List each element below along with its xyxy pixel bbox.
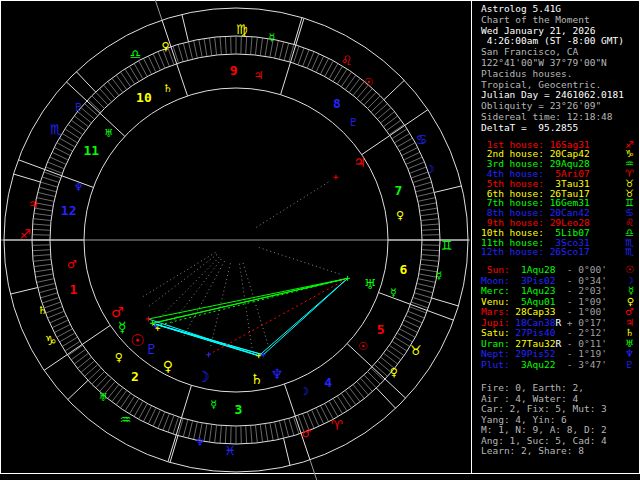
degree-tick <box>44 172 60 178</box>
planet-label: Sun: <box>481 264 510 275</box>
sign-glyph-leo: ♌ <box>340 53 352 68</box>
degree-tick <box>419 274 436 277</box>
planet-position: 27Pis40 <box>510 327 556 338</box>
degree-tick <box>50 316 66 323</box>
degree-tick <box>188 421 192 438</box>
house-ruler-12: ♆ <box>74 181 84 194</box>
degree-tick <box>39 288 55 292</box>
degree-tick <box>148 56 155 71</box>
degree-tick <box>42 298 58 303</box>
sign-glyph-capricorn: ♑ <box>45 333 57 348</box>
degree-tick <box>116 75 126 89</box>
sign-ruler-gemini: ☿ <box>435 269 442 282</box>
degree-tick <box>121 394 131 408</box>
planet-latitude: - 1°00' <box>561 306 607 317</box>
planet-latitude: - 0°34' <box>561 275 607 286</box>
planet-position: 3Aqu22 <box>510 359 556 370</box>
planet-position: 1Aqu28 <box>510 264 556 275</box>
degree-tick <box>188 42 192 59</box>
degree-tick <box>116 391 126 405</box>
house-ruler-7: ♀ <box>396 209 404 222</box>
degree-tick <box>34 219 51 221</box>
degree-tick <box>422 250 439 251</box>
sign-ruler-pisces: ♆ <box>195 436 205 449</box>
sign-glyph-scorpio: ♏ <box>50 122 62 137</box>
sign-boundary <box>294 18 302 45</box>
planet-glyph-moon: ☽ <box>197 368 210 386</box>
sign-boundary <box>376 388 395 408</box>
degree-tick <box>37 279 54 283</box>
degree-tick <box>42 177 58 182</box>
house-number-2: 2 <box>131 369 139 384</box>
degree-tick <box>255 38 257 55</box>
sign-ruler-virgo: ☿ <box>268 31 275 44</box>
planet-label: Uran: <box>481 338 510 349</box>
degree-tick <box>387 120 401 130</box>
degree-tick <box>408 162 424 169</box>
aspect-marker-mars <box>146 317 151 322</box>
degree-tick <box>364 92 376 104</box>
planet-glyph-mars: ♂ <box>111 304 124 320</box>
sign-ruler-leo: ☉ <box>364 76 374 89</box>
planet-glyph-venus: ♀ <box>163 358 173 374</box>
sign-glyph-virgo: ♍ <box>236 22 248 37</box>
sign-glyph-aquarius: ♒ <box>120 412 132 427</box>
planet-position: 18Can38 <box>510 317 556 328</box>
house-number-12: 12 <box>61 203 77 218</box>
aspect-mercury-uranus <box>152 278 347 323</box>
degree-tick <box>92 96 104 108</box>
degree-tick <box>88 100 100 112</box>
degree-tick <box>33 229 50 230</box>
sign-glyph-cancer: ♋ <box>416 132 428 147</box>
degree-tick <box>81 108 94 119</box>
header-line-11: DeltaT = 95.2855 <box>481 123 634 134</box>
degree-tick <box>85 365 98 376</box>
sign-glyph-aries: ♈ <box>331 418 343 433</box>
degree-tick <box>104 85 115 98</box>
degree-tick <box>36 274 53 277</box>
house-number-1: 1 <box>70 282 78 297</box>
house-cusp-9 <box>281 18 304 94</box>
planet-label: Jupi: <box>481 317 510 328</box>
degree-tick <box>361 379 372 392</box>
planet-latitude: - 0°11' <box>561 338 607 349</box>
sign-boundary <box>170 436 178 463</box>
degree-tick <box>100 379 111 392</box>
sign-ruler-sagittarius: ♃ <box>28 198 38 211</box>
degree-tick <box>415 182 431 187</box>
degree-tick <box>96 92 108 104</box>
degree-tick <box>41 182 57 187</box>
degree-tick <box>148 408 155 423</box>
degree-tick <box>255 425 257 442</box>
mc-axis-extension <box>140 0 162 20</box>
planet-glyph-mercury: ☿ <box>118 319 127 335</box>
degree-tick <box>75 354 88 364</box>
degree-tick <box>368 372 380 384</box>
degree-tick <box>371 368 383 380</box>
degree-tick <box>416 288 432 292</box>
degree-tick <box>112 388 122 401</box>
sign-ruler-taurus: ♀ <box>390 366 398 379</box>
house-sign-glyph: ♏ <box>625 247 634 257</box>
degree-tick <box>34 213 51 215</box>
degree-tick <box>316 56 323 71</box>
planet-glyph-neptune: ♆ <box>271 366 284 382</box>
degree-tick <box>350 79 360 92</box>
degree-tick <box>368 96 380 108</box>
planet-position: 5Aqu01 <box>510 296 556 307</box>
degree-tick <box>312 54 319 70</box>
degree-tick <box>34 264 51 266</box>
house-row: 12th house: 26Sco17♏ <box>481 247 634 257</box>
planet-label: Mars: <box>481 306 510 317</box>
degree-tick <box>361 89 372 102</box>
degree-tick <box>418 198 435 202</box>
planet-glyph-saturn: ♄ <box>250 371 263 387</box>
degree-tick <box>265 39 268 56</box>
ic-axis-extension <box>310 460 332 480</box>
degree-tick <box>346 391 356 405</box>
planet-latitude: + 0°17' <box>561 317 607 328</box>
planet-glyph: ♇ <box>625 360 634 371</box>
sign-glyph-libra: ♎ <box>130 47 142 62</box>
sign-ruler-scorpio: ♇ <box>73 101 83 114</box>
pointer-line-mercury <box>148 255 216 307</box>
